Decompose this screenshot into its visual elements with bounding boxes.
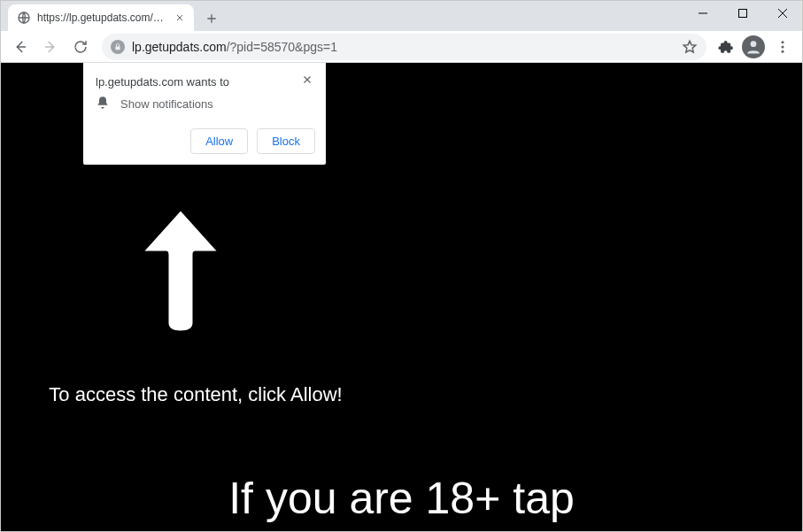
profile-avatar-icon[interactable] bbox=[742, 35, 765, 58]
tab-strip: https://lp.getupdats.com/?pid=5 bbox=[1, 1, 683, 31]
site-info-lock-icon[interactable] bbox=[111, 40, 125, 54]
url-text: lp.getupdats.com/?pid=58570&pgs=1 bbox=[132, 40, 675, 54]
svg-point-4 bbox=[782, 45, 784, 48]
url-path: /?pid=58570&pgs=1 bbox=[227, 40, 337, 54]
extensions-puzzle-icon[interactable] bbox=[714, 35, 738, 59]
chrome-menu-icon[interactable] bbox=[768, 33, 797, 61]
window-controls bbox=[683, 1, 802, 31]
instruction-text: To access the content, click Allow! bbox=[1, 383, 390, 405]
forward-button[interactable] bbox=[36, 33, 65, 61]
window-titlebar: https://lp.getupdats.com/?pid=5 bbox=[1, 1, 802, 31]
tab-title: https://lp.getupdats.com/?pid=5 bbox=[37, 12, 166, 24]
browser-tab[interactable]: https://lp.getupdats.com/?pid=5 bbox=[8, 4, 194, 31]
bookmark-star-icon[interactable] bbox=[682, 39, 698, 55]
svg-point-3 bbox=[782, 41, 784, 43]
svg-rect-1 bbox=[738, 10, 746, 18]
window-minimize-button[interactable] bbox=[683, 1, 722, 26]
allow-button[interactable]: Allow bbox=[190, 128, 248, 154]
url-host: lp.getupdats.com bbox=[132, 40, 227, 54]
bell-icon bbox=[96, 96, 110, 112]
page-content: To access the content, click Allow! If y… bbox=[1, 63, 802, 531]
permission-close-icon[interactable] bbox=[299, 72, 315, 88]
svg-point-2 bbox=[751, 41, 757, 47]
window-close-button[interactable] bbox=[762, 1, 802, 26]
back-button[interactable] bbox=[6, 33, 35, 61]
tab-close-icon[interactable] bbox=[173, 11, 187, 25]
new-tab-button[interactable] bbox=[199, 6, 224, 31]
notification-permission-prompt: lp.getupdats.com wants to Show notificat… bbox=[83, 63, 326, 165]
browser-toolbar: lp.getupdats.com/?pid=58570&pgs=1 bbox=[1, 31, 802, 63]
headline-text: If you are 18+ tap bbox=[1, 473, 802, 524]
arrow-up-icon bbox=[141, 204, 220, 337]
block-button[interactable]: Block bbox=[257, 128, 315, 154]
address-bar[interactable]: lp.getupdats.com/?pid=58570&pgs=1 bbox=[102, 34, 706, 60]
svg-point-5 bbox=[782, 50, 784, 52]
globe-icon bbox=[17, 11, 31, 25]
permission-request-text: Show notifications bbox=[120, 97, 213, 111]
permission-origin-text: lp.getupdats.com wants to bbox=[96, 72, 229, 89]
window-maximize-button[interactable] bbox=[722, 1, 762, 26]
reload-button[interactable] bbox=[66, 33, 95, 61]
